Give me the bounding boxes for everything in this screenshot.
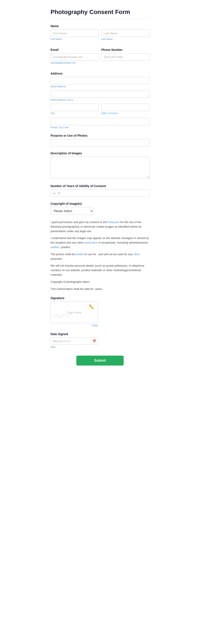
state-hint: State / Province — [101, 112, 149, 114]
validity-section: Number of Years of Validity of Consent — [51, 184, 149, 197]
email-phone-section: Email example@example.com Phone Number — [51, 48, 149, 66]
submit-button[interactable]: Submit — [76, 356, 124, 366]
consent-p6: This Authorization shall be valid for ye… — [51, 287, 149, 292]
street2-wrapper: Street Address Line 2 — [51, 90, 149, 101]
description-section: Description of Images — [51, 152, 149, 179]
date-signed-label: Date Signed — [51, 332, 149, 336]
zip-wrapper: Postal / Zip Code — [51, 118, 149, 129]
zip-input[interactable] — [51, 118, 149, 125]
name-field-group: First Name Last Name — [51, 30, 149, 43]
page-title: Photography Consent Form — [51, 8, 149, 16]
pen-icon: ✏️ — [89, 304, 94, 310]
email-hint: example@example.com — [51, 62, 99, 64]
phone-label: Phone Number — [101, 48, 149, 52]
purpose-label: Purpose or Use of Photos — [51, 134, 149, 137]
city-state-group: City State / Province — [51, 104, 149, 117]
purpose-section: Purpose or Use of Photos — [51, 134, 149, 146]
copyright-select[interactable]: Please Select Photographer Subject Organ… — [51, 207, 94, 215]
signature-clear-button[interactable]: Clear — [51, 324, 98, 327]
first-name-wrapper: First Name — [51, 30, 99, 40]
state-wrapper: State / Province — [101, 104, 149, 114]
address-label: Address — [51, 72, 149, 75]
purpose-input[interactable] — [51, 139, 149, 146]
date-section: Date Signed 📅 Date — [51, 332, 149, 349]
city-hint: City — [51, 112, 99, 114]
signature-label: Signature — [51, 296, 149, 300]
consent-p3: The photos shall be limited to use for ,… — [51, 252, 149, 261]
last-name-wrapper: Last Name — [101, 30, 149, 40]
consent-p4: We will not include personal details (su… — [51, 264, 149, 277]
city-wrapper: City — [51, 104, 99, 114]
last-name-input[interactable] — [101, 30, 149, 37]
copyright-label: Copyright of image(s) — [51, 202, 149, 206]
street-address-line2-input[interactable] — [51, 90, 149, 98]
phone-input[interactable] — [101, 53, 149, 60]
signature-section: Signature Sign Here ✏️ Clear — [51, 296, 149, 327]
copyright-section: Copyright of image(s) Please Select Phot… — [51, 202, 149, 215]
email-wrapper: Email example@example.com — [51, 48, 99, 64]
zip-hint: Postal / Zip Code — [51, 126, 149, 129]
state-input[interactable] — [101, 104, 149, 111]
first-name-hint: First Name — [51, 38, 99, 40]
street1-hint: Street Address — [51, 85, 149, 88]
section-divider — [51, 19, 149, 19]
validity-label: Number of Years of Validity of Consent — [51, 184, 149, 188]
date-input[interactable] — [51, 338, 98, 345]
first-name-input[interactable] — [51, 30, 99, 37]
city-input[interactable] — [51, 104, 99, 111]
description-textarea[interactable] — [51, 157, 149, 178]
consent-p5: Copyright of photographs taken — [51, 280, 149, 284]
name-label: Name — [51, 24, 149, 28]
date-hint: Date — [51, 346, 55, 348]
signature-box[interactable]: Sign Here ✏️ — [51, 302, 98, 323]
street1-wrapper: Street Address — [51, 77, 149, 88]
consent-p2: I understand that the images may appear … — [51, 236, 149, 249]
name-section: Name First Name Last Name — [51, 24, 149, 43]
date-input-wrapper: 📅 — [51, 338, 98, 345]
email-input[interactable] — [51, 53, 99, 60]
consent-p1: I grant permission and give my consent t… — [51, 220, 149, 234]
street-address-input[interactable] — [51, 77, 149, 84]
description-label: Description of Images — [51, 152, 149, 155]
consent-text-block: I grant permission and give my consent t… — [51, 220, 149, 291]
phone-wrapper: Phone Number — [101, 48, 149, 64]
years-input[interactable] — [51, 190, 149, 197]
street2-hint: Street Address Line 2 — [51, 98, 149, 101]
address-section: Address Street Address Street Address Li… — [51, 72, 149, 129]
email-label: Email — [51, 48, 99, 52]
last-name-hint: Last Name — [101, 38, 149, 40]
signature-scribble — [53, 312, 70, 319]
email-phone-group: Email example@example.com Phone Number — [51, 48, 149, 66]
